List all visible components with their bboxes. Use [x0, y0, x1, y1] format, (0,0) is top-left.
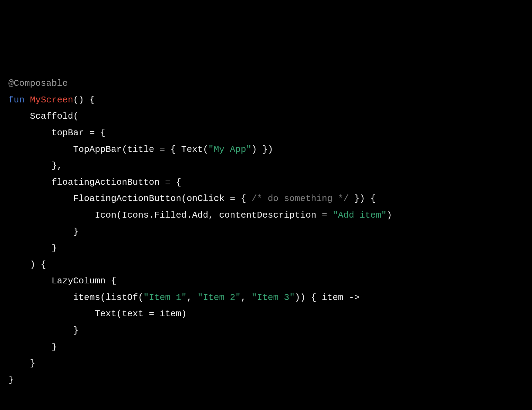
- code-text: }: [8, 243, 57, 253]
- code-line: items(listOf("Item 1", "Item 2", "Item 3…: [8, 290, 524, 306]
- code-line: }: [8, 355, 524, 372]
- code-annotation: @Composable: [8, 78, 68, 89]
- code-text: Icon(Icons.Filled.Add, contentDescriptio…: [8, 210, 332, 220]
- code-text: ,: [187, 292, 197, 303]
- code-line: },: [8, 158, 524, 174]
- code-text: () {: [73, 95, 95, 105]
- code-line: topBar = {: [8, 125, 524, 142]
- code-text: }: [8, 325, 79, 336]
- code-line: }: [8, 240, 524, 257]
- code-function-name: MyScreen: [30, 95, 73, 105]
- code-string: "Add item": [332, 210, 387, 220]
- code-text: )) { item ->: [295, 292, 360, 303]
- code-line: }: [8, 372, 524, 389]
- code-line: }: [8, 339, 524, 356]
- code-line: Text(text = item): [8, 306, 524, 322]
- code-text: }: [8, 342, 57, 352]
- code-line: floatingActionButton = {: [8, 174, 524, 191]
- code-string: "Item 2": [197, 292, 241, 303]
- code-text: },: [8, 161, 62, 171]
- code-line: ) {: [8, 257, 524, 273]
- code-line: LazyColumn {: [8, 273, 524, 290]
- code-text: }) {: [349, 193, 376, 204]
- code-text: [25, 95, 30, 105]
- code-text: Scaffold(: [8, 111, 79, 121]
- code-line: }: [8, 322, 524, 339]
- code-text: ,: [241, 292, 251, 303]
- code-line: TopAppBar(title = { Text("My App") }): [8, 142, 524, 158]
- code-text: }: [8, 227, 79, 237]
- code-block: @Composablefun MyScreen() { Scaffold( to…: [8, 75, 524, 388]
- code-line: Icon(Icons.Filled.Add, contentDescriptio…: [8, 207, 524, 224]
- code-text: ) }): [251, 144, 273, 155]
- code-text: topBar = {: [8, 128, 106, 138]
- code-keyword: fun: [8, 95, 25, 105]
- code-comment: /* do something */: [251, 193, 349, 204]
- code-line: fun MyScreen() {: [8, 92, 524, 109]
- code-text: TopAppBar(title = { Text(: [8, 144, 208, 155]
- code-text: floatingActionButton = {: [8, 177, 181, 188]
- code-text: Text(text = item): [8, 309, 187, 319]
- code-line: }: [8, 224, 524, 240]
- code-string: "My App": [208, 144, 251, 155]
- code-text: items(listOf(: [8, 292, 143, 303]
- code-text: FloatingActionButton(onClick = {: [8, 193, 251, 204]
- code-string: "Item 3": [251, 292, 295, 303]
- code-text: ) {: [8, 259, 46, 270]
- code-line: @Composable: [8, 75, 524, 92]
- code-line: Scaffold(: [8, 108, 524, 125]
- code-string: "Item 1": [143, 292, 187, 303]
- code-text: }: [8, 358, 35, 368]
- code-text: ): [387, 210, 392, 220]
- code-text: }: [8, 375, 14, 385]
- code-line: FloatingActionButton(onClick = { /* do s…: [8, 191, 524, 207]
- code-text: LazyColumn {: [8, 276, 116, 286]
